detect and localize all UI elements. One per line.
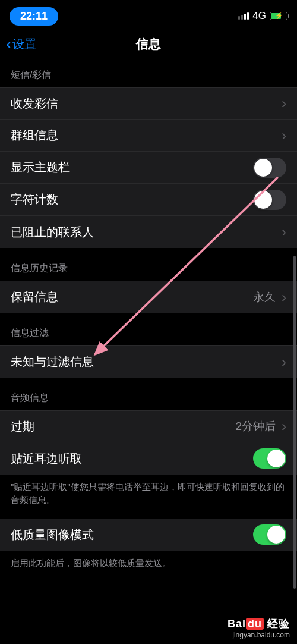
back-label: 设置 bbox=[12, 36, 36, 52]
row-mms[interactable]: 收发彩信 › bbox=[0, 87, 297, 120]
page-title: 信息 bbox=[0, 36, 297, 52]
battery-icon: ⚡ bbox=[270, 12, 287, 20]
row-value: 2分钟后 bbox=[235, 419, 276, 434]
footer-low-quality: 启用此功能后，图像将以较低质量发送。 bbox=[0, 551, 297, 570]
status-right: 4G ⚡ bbox=[238, 10, 287, 22]
back-button[interactable]: ‹ 设置 bbox=[6, 36, 36, 52]
row-label: 过期 bbox=[11, 419, 34, 435]
settings-list: 短信/彩信 收发彩信 › 群组信息 › 显示主题栏 字符计数 已阻止的联系人 ›… bbox=[0, 58, 297, 569]
section-header-sms: 短信/彩信 bbox=[0, 58, 297, 87]
section-header-audio: 音频信息 bbox=[0, 378, 297, 410]
row-value: 永久 bbox=[253, 290, 276, 305]
row-keep-messages[interactable]: 保留信息 永久 › bbox=[0, 281, 297, 313]
toggle-show-subject[interactable] bbox=[253, 158, 286, 178]
row-raise-to-listen[interactable]: 贴近耳边听取 bbox=[0, 442, 297, 475]
nav-bar: ‹ 设置 信息 bbox=[0, 30, 297, 58]
row-show-subject[interactable]: 显示主题栏 bbox=[0, 152, 297, 184]
chevron-right-icon: › bbox=[282, 289, 286, 306]
row-label: 保留信息 bbox=[11, 289, 58, 305]
row-label: 收发彩信 bbox=[11, 96, 58, 112]
signal-icon bbox=[238, 12, 249, 20]
row-label: 已阻止的联系人 bbox=[11, 224, 94, 240]
row-char-count[interactable]: 字符计数 bbox=[0, 184, 297, 216]
status-bar: 22:11 4G ⚡ bbox=[0, 0, 297, 30]
toggle-char-count[interactable] bbox=[253, 190, 286, 210]
chevron-left-icon: ‹ bbox=[6, 36, 11, 52]
section-header-filter: 信息过滤 bbox=[0, 313, 297, 345]
watermark-logo: Baidu 经验 bbox=[228, 617, 290, 631]
scroll-indicator bbox=[293, 256, 296, 589]
watermark: Baidu 经验 jingyan.baidu.com bbox=[228, 617, 290, 639]
row-low-quality-image[interactable]: 低质量图像模式 bbox=[0, 519, 297, 551]
toggle-low-quality-image[interactable] bbox=[253, 524, 286, 545]
network-label: 4G bbox=[252, 10, 266, 22]
chevron-right-icon: › bbox=[282, 224, 286, 240]
row-unknown-filter[interactable]: 未知与过滤信息 › bbox=[0, 345, 297, 378]
row-label: 显示主题栏 bbox=[11, 159, 70, 175]
row-label: 低质量图像模式 bbox=[11, 527, 94, 543]
row-label: 字符计数 bbox=[11, 191, 58, 208]
toggle-raise-to-listen[interactable] bbox=[253, 448, 286, 469]
status-time: 22:11 bbox=[10, 7, 58, 26]
chevron-right-icon: › bbox=[282, 418, 286, 435]
footer-raise-to-listen: "贴近耳边听取"使您只需将电话举至耳边，即可快速听取和回复收到的音频信息。 bbox=[0, 475, 297, 507]
row-expire[interactable]: 过期 2分钟后 › bbox=[0, 410, 297, 442]
chevron-right-icon: › bbox=[282, 127, 286, 144]
row-label: 群组信息 bbox=[11, 127, 58, 143]
chevron-right-icon: › bbox=[282, 95, 286, 112]
row-group-messaging[interactable]: 群组信息 › bbox=[0, 120, 297, 152]
section-header-history: 信息历史记录 bbox=[0, 248, 297, 281]
watermark-url: jingyan.baidu.com bbox=[228, 631, 290, 639]
row-label: 贴近耳边听取 bbox=[11, 451, 82, 467]
row-label: 未知与过滤信息 bbox=[11, 354, 94, 370]
chevron-right-icon: › bbox=[282, 354, 286, 370]
row-blocked-contacts[interactable]: 已阻止的联系人 › bbox=[0, 216, 297, 248]
